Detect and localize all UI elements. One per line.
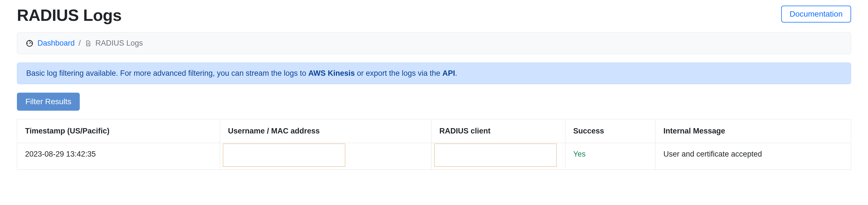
dashboard-icon [26,39,34,47]
info-alert: Basic log filtering available. For more … [17,63,851,84]
logs-table: Timestamp (US/Pacific) Username / MAC ad… [17,119,851,170]
filter-results-button[interactable]: Filter Results [17,93,80,111]
cell-message: User and certificate accepted [655,143,851,170]
redacted-box [223,144,345,167]
breadcrumb-current: RADIUS Logs [96,39,143,47]
redacted-box [434,144,557,167]
th-client: RADIUS client [431,119,565,143]
page-title: RADIUS Logs [17,6,122,25]
th-message: Internal Message [655,119,851,143]
cell-username [220,143,431,170]
table-row: 2023-08-29 13:42:35 Yes User and certifi… [17,143,851,170]
th-username: Username / MAC address [220,119,431,143]
success-label: Yes [573,150,586,158]
breadcrumb: Dashboard / RADIUS Logs [17,32,851,54]
page-icon [85,39,92,47]
th-timestamp: Timestamp (US/Pacific) [17,119,220,143]
alert-strong-api: API [442,69,455,77]
logs-table-container: Timestamp (US/Pacific) Username / MAC ad… [17,119,851,170]
th-success: Success [565,119,655,143]
alert-strong-kinesis: AWS Kinesis [308,69,355,77]
alert-text-after: . [455,69,457,77]
breadcrumb-separator: / [79,39,81,47]
cell-client [431,143,565,170]
alert-text-before: Basic log filtering available. For more … [26,69,308,77]
cell-timestamp: 2023-08-29 13:42:35 [17,143,220,170]
documentation-button[interactable]: Documentation [781,6,851,23]
alert-text-mid: or export the logs via the [355,69,442,77]
cell-success: Yes [565,143,655,170]
breadcrumb-dashboard-link[interactable]: Dashboard [37,39,75,47]
